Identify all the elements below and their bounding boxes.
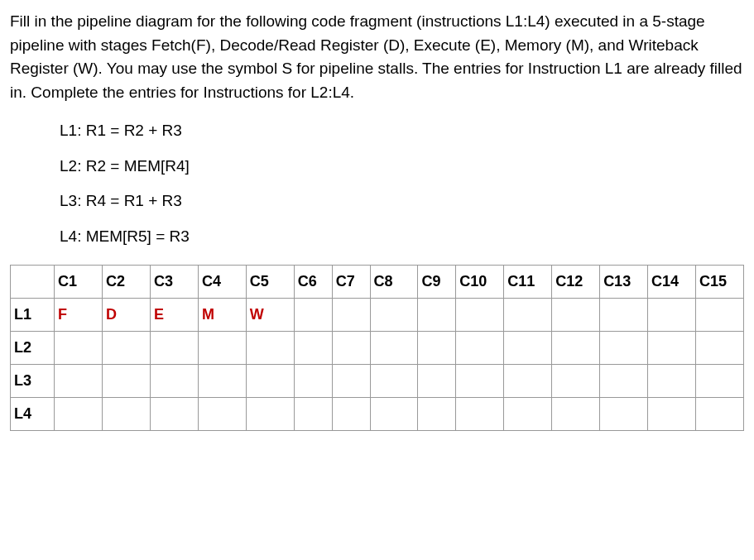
cell [456,365,504,398]
cell: M [198,299,246,332]
cell [198,398,246,431]
table-row: L1 F D E M W [11,299,744,332]
col-header: C14 [648,266,696,299]
col-header: C2 [103,266,151,299]
cell [648,365,696,398]
code-block: L1: R1 = R2 + R3 L2: R2 = MEM[R4] L3: R4… [60,119,744,248]
cell [198,365,246,398]
cell [294,365,332,398]
cell [696,332,744,365]
code-line-l4: L4: MEM[R5] = R3 [60,225,744,249]
cell [294,299,332,332]
cell [552,365,600,398]
cell [198,332,246,365]
cell [246,332,294,365]
cell [696,365,744,398]
cell [150,365,198,398]
cell [418,332,456,365]
cell [55,332,103,365]
cell [456,332,504,365]
table-row: L4 [11,398,744,431]
cell [294,398,332,431]
cell [332,365,370,398]
cell [648,299,696,332]
col-header: C10 [456,266,504,299]
col-header: C4 [198,266,246,299]
code-line-l3: L3: R4 = R1 + R3 [60,189,744,213]
col-header: C11 [504,266,552,299]
cell [648,398,696,431]
pipeline-table: C1 C2 C3 C4 C5 C6 C7 C8 C9 C10 C11 C12 C… [10,265,744,431]
cell [370,365,418,398]
cell [456,398,504,431]
col-header: C9 [418,266,456,299]
cell [370,398,418,431]
cell [103,398,151,431]
col-header: C1 [55,266,103,299]
row-label: L3 [11,365,55,398]
row-label: L1 [11,299,55,332]
row-label: L4 [11,398,55,431]
cell [246,365,294,398]
cell [332,398,370,431]
cell [418,299,456,332]
cell [552,332,600,365]
table-header-row: C1 C2 C3 C4 C5 C6 C7 C8 C9 C10 C11 C12 C… [11,266,744,299]
cell: D [103,299,151,332]
cell [294,332,332,365]
cell [55,398,103,431]
cell [696,299,744,332]
cell [600,299,648,332]
cell [103,365,151,398]
col-header: C15 [696,266,744,299]
cell: E [150,299,198,332]
cell [150,398,198,431]
col-header: C12 [552,266,600,299]
cell [246,398,294,431]
col-header: C13 [600,266,648,299]
col-header: C5 [246,266,294,299]
cell [370,332,418,365]
problem-intro: Fill in the pipeline diagram for the fol… [10,10,744,104]
cell [332,299,370,332]
cell [456,299,504,332]
cell [370,299,418,332]
code-line-l1: L1: R1 = R2 + R3 [60,119,744,143]
cell [418,365,456,398]
code-line-l2: L2: R2 = MEM[R4] [60,155,744,179]
cell: W [246,299,294,332]
cell: F [55,299,103,332]
cell [504,365,552,398]
col-header: C6 [294,266,332,299]
cell [418,398,456,431]
cell [600,365,648,398]
table-row: L3 [11,365,744,398]
cell [696,398,744,431]
cell [600,332,648,365]
col-header: C3 [150,266,198,299]
table-corner [11,266,55,299]
cell [55,365,103,398]
table-row: L2 [11,332,744,365]
col-header: C8 [370,266,418,299]
cell [504,332,552,365]
row-label: L2 [11,332,55,365]
col-header: C7 [332,266,370,299]
cell [150,332,198,365]
cell [332,332,370,365]
cell [648,332,696,365]
cell [103,332,151,365]
cell [504,299,552,332]
cell [504,398,552,431]
cell [600,398,648,431]
cell [552,398,600,431]
cell [552,299,600,332]
